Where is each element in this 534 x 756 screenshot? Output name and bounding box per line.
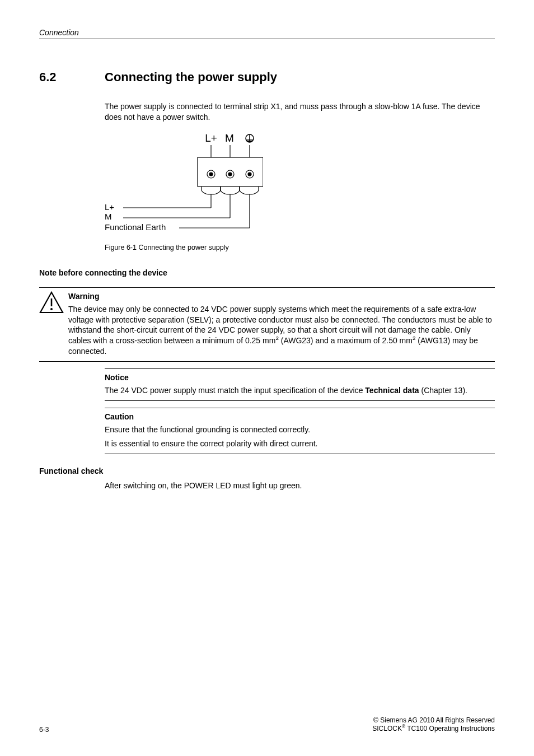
figure-label-lplus-top: L+ (205, 134, 217, 144)
header-rule (39, 39, 495, 39)
earth-icon (246, 134, 254, 142)
figure-label-m-top: M (225, 134, 234, 144)
svg-point-13 (248, 172, 251, 176)
running-header: Connection (39, 28, 495, 37)
footer-doc-before: SICLOCK (372, 725, 402, 732)
svg-point-9 (209, 172, 213, 176)
svg-point-11 (228, 172, 232, 176)
figure-label-lplus-left: L+ (105, 202, 114, 212)
functional-heading: Functional check (39, 466, 495, 475)
section-title: Connecting the power supply (105, 70, 277, 85)
warning-text-2: (AWG23) and a maximum of 2.50 mm (279, 336, 413, 345)
notice-bottom-rule (105, 400, 495, 401)
figure-label-m-left: M (105, 212, 112, 221)
svg-point-22 (50, 308, 53, 310)
functional-body: After switching on, the POWER LED must l… (105, 481, 495, 490)
caution-bottom-rule (105, 454, 495, 454)
notice-bold: Technical data (365, 386, 419, 395)
terminal-block (198, 157, 263, 228)
caution-line-2: It is essential to ensure the correct po… (105, 438, 495, 449)
footer-doc-after: TC100 Operating Instructions (405, 725, 495, 732)
notice-callout: Notice The 24 VDC power supply must matc… (105, 369, 495, 400)
warning-icon (39, 288, 68, 315)
caution-callout: Caution Ensure that the functional groun… (105, 408, 495, 454)
warning-callout: Warning The device may only be connected… (105, 288, 495, 361)
figure-label-earth: Functional Earth (105, 222, 166, 232)
warning-head: Warning (68, 291, 495, 302)
note-heading: Note before connecting the device (39, 268, 495, 277)
footer-copyright: © Siemens AG 2010 All Rights Reserved (372, 716, 495, 725)
warning-bottom-rule (39, 361, 495, 362)
section-number: 6.2 (39, 70, 105, 85)
footer-page-number: 6-3 (39, 726, 49, 734)
intro-paragraph: The power supply is connected to termina… (105, 101, 495, 123)
caution-line-1: Ensure that the functional grounding is … (105, 424, 495, 435)
caution-head: Caution (105, 412, 495, 422)
page-footer: 6-3 © Siemens AG 2010 All Rights Reserve… (39, 716, 495, 734)
figure-caption: Figure 6-1 Connecting the power supply (105, 244, 495, 251)
notice-text-2: (Chapter 13). (419, 386, 467, 395)
power-supply-figure: L+ M (39, 134, 263, 240)
notice-text-1: The 24 VDC power supply must match the i… (105, 386, 365, 395)
notice-head: Notice (105, 372, 495, 383)
